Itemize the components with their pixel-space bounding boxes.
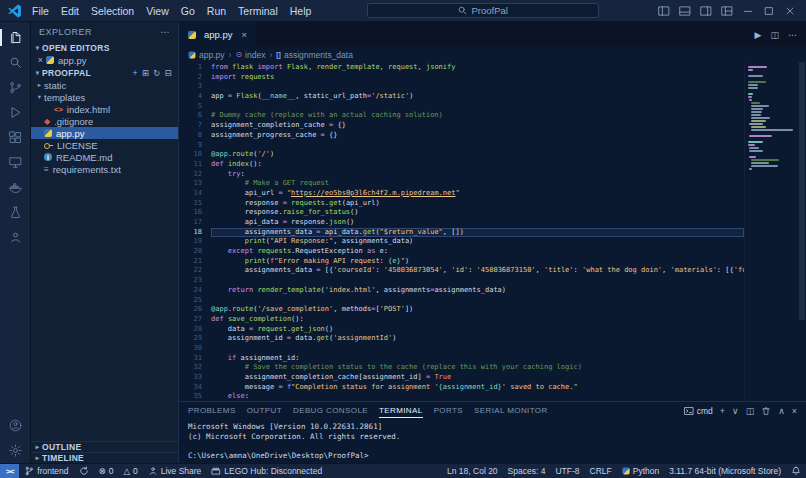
breadcrumb-app.py[interactable]: app.py [188, 50, 225, 60]
menu-run[interactable]: Run [201, 5, 232, 17]
toggle-panel-icon[interactable] [674, 0, 695, 21]
code-line[interactable]: if assignment_id: [211, 354, 744, 364]
code-line[interactable] [211, 344, 744, 354]
chevron-down-icon[interactable]: ∨ [732, 406, 739, 416]
status-warnings[interactable]: △0 [118, 464, 142, 478]
menu-terminal[interactable]: Terminal [232, 5, 284, 17]
code-line[interactable]: def index(): [211, 160, 744, 170]
code-editor[interactable]: 1234567891011121314151617181920212223242… [179, 62, 806, 401]
maximize-panel-icon[interactable]: ∧ [778, 406, 785, 416]
panel-tab-debug-console[interactable]: DEBUG CONSOLE [293, 404, 368, 418]
window-minimize-button[interactable] [737, 0, 758, 21]
toggle-secondary-sidebar-icon[interactable] [695, 0, 716, 21]
status-remote-indicator[interactable]: >< [0, 464, 19, 478]
code-line[interactable]: assignment_progress_cache = {} [211, 131, 744, 141]
activity-explorer[interactable] [0, 25, 30, 50]
code-line[interactable] [211, 102, 744, 112]
file-.gitignore[interactable]: ◆.gitignore [31, 115, 178, 127]
panel-tab-serial-monitor[interactable]: SERIAL MONITOR [474, 404, 548, 418]
code-line[interactable]: else: [211, 392, 744, 401]
new-folder-icon[interactable]: ⊞ [142, 68, 149, 78]
new-terminal-icon[interactable]: + [720, 406, 725, 416]
code-line[interactable]: api_url = "https://eo5bs0p3l6ch4f2.m.pip… [211, 189, 744, 199]
code-line[interactable]: from flask import Flask, render_template… [211, 63, 744, 73]
activity-account[interactable] [0, 413, 30, 438]
status-encoding[interactable]: UTF-8 [550, 464, 584, 478]
breadcrumb-index[interactable]: ⊙index [235, 50, 265, 60]
code-line[interactable] [211, 276, 744, 286]
menu-selection[interactable]: Selection [85, 5, 140, 17]
kill-terminal-trash-icon[interactable] [761, 406, 771, 416]
status-sync-changes[interactable] [74, 464, 94, 478]
code-line[interactable]: return render_template('index.html', ass… [211, 286, 744, 296]
file-README.md[interactable]: iREADME.md [31, 151, 178, 163]
file-app.py[interactable]: app.py [31, 127, 178, 139]
more-actions-icon[interactable]: ⋯ [788, 30, 797, 40]
code-line[interactable]: assignment_id = data.get('assignmentId') [211, 334, 744, 344]
open-editors-header[interactable]: ▾ OPEN EDITORS [31, 41, 178, 54]
split-editor-icon[interactable]: ◫ [770, 30, 779, 40]
scrollbar-thumb[interactable] [799, 62, 805, 320]
section-timeline[interactable]: ▸TIMELINE [31, 452, 178, 463]
activity-run-and-debug[interactable] [0, 100, 30, 125]
code-line[interactable] [211, 296, 744, 306]
status-python-interpreter[interactable]: 3.11.7 64-bit (Microsoft Store) [664, 464, 786, 478]
code-line[interactable]: response = requests.get(api_url) [211, 199, 744, 209]
activity-extensions[interactable] [0, 125, 30, 150]
breadcrumb-assignments_data[interactable]: []assignments_data [276, 50, 353, 60]
code-line[interactable]: assignments_data = [{'courseId': '458036… [211, 266, 744, 276]
menu-file[interactable]: File [26, 5, 55, 17]
split-terminal-icon[interactable]: ◫ [746, 406, 755, 416]
run-python-file-icon[interactable]: ▶ [755, 30, 762, 40]
activity-docker[interactable] [0, 175, 30, 200]
code-line[interactable] [211, 141, 744, 151]
activity-testing[interactable] [0, 200, 30, 225]
minimap[interactable] [744, 62, 798, 401]
code-line[interactable]: data = request.get_json() [211, 325, 744, 335]
menu-view[interactable]: View [140, 5, 175, 17]
code-line[interactable]: response.raise_for_status() [211, 208, 744, 218]
code-line[interactable]: print(f"Error making API request: {e}") [211, 257, 744, 267]
code-line[interactable]: print("API Response:", assignments_data) [211, 237, 744, 247]
code-line[interactable]: assignments_data = api_data.get("$return… [211, 228, 744, 238]
close-icon[interactable]: × [35, 55, 46, 65]
file-requirements.txt[interactable]: ≡requirements.txt [31, 163, 178, 175]
file-templates[interactable]: ▾templates [31, 91, 178, 103]
activity-source-control[interactable] [0, 75, 30, 100]
file-index.html[interactable]: <>index.html [31, 103, 178, 115]
open-editor-app.py[interactable]: ×app.py [31, 54, 178, 66]
toggle-sidebar-icon[interactable] [653, 0, 674, 21]
close-icon[interactable]: × [242, 29, 248, 40]
status-language-mode[interactable]: Python [617, 464, 664, 478]
code-line[interactable]: # Dummy cache (replace with an actual ca… [211, 111, 744, 121]
window-close-button[interactable] [779, 0, 800, 21]
code-line[interactable]: try: [211, 170, 744, 180]
status-lego-hub[interactable]: LEGO Hub: Disconnected [206, 464, 327, 478]
panel-tab-problems[interactable]: PROBLEMS [188, 404, 236, 418]
status-notifications[interactable] [786, 464, 806, 478]
status-eol[interactable]: CRLF [585, 464, 617, 478]
editor-scrollbar[interactable] [798, 62, 806, 401]
panel-tab-ports[interactable]: PORTS [434, 404, 463, 418]
terminal-output[interactable]: Microsoft Windows [Version 10.0.22631.28… [179, 420, 806, 463]
code-line[interactable]: import requests [211, 73, 744, 83]
code-line[interactable]: except requests.RequestException as e: [211, 247, 744, 257]
file-static[interactable]: ▸static [31, 79, 178, 91]
section-outline[interactable]: ▸OUTLINE [31, 441, 178, 452]
activity-remote-explorer[interactable] [0, 150, 30, 175]
customize-layout-icon[interactable] [716, 0, 737, 21]
close-panel-icon[interactable]: × [792, 406, 797, 416]
code-line[interactable]: api_data = response.json() [211, 218, 744, 228]
command-center-search[interactable]: ProofPal [367, 3, 599, 18]
code-line[interactable]: assignment_completion_cache = {} [211, 121, 744, 131]
panel-tab-terminal[interactable]: TERMINAL [379, 404, 423, 418]
activity-search[interactable] [0, 50, 30, 75]
activity-live-share[interactable] [0, 225, 30, 250]
code-line[interactable]: @app.route('/save_completion', methods=[… [211, 305, 744, 315]
window-maximize-button[interactable] [758, 0, 779, 21]
code-line[interactable]: assignment_completion_cache[assignment_i… [211, 373, 744, 383]
status-indentation[interactable]: Spaces: 4 [503, 464, 551, 478]
code-line[interactable]: # Make a GET request [211, 179, 744, 189]
code-content[interactable]: from flask import Flask, render_template… [211, 62, 744, 401]
tab-app.py[interactable]: app.py× [179, 22, 257, 47]
